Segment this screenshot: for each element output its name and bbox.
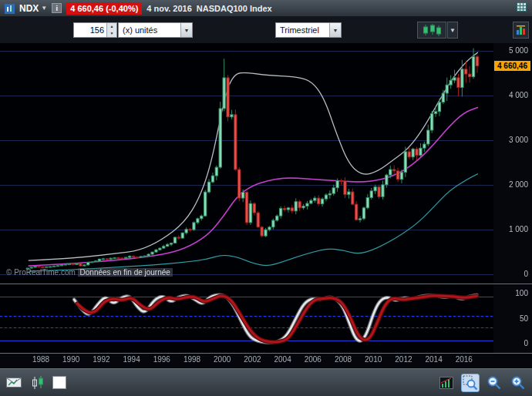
- units-select[interactable]: (x) unités ▼: [118, 22, 193, 38]
- chart-style-caret[interactable]: ▼: [447, 22, 458, 39]
- units-stepper[interactable]: 156 ▲▼: [73, 22, 117, 38]
- chevron-down-icon[interactable]: ▼: [329, 23, 341, 37]
- info-button[interactable]: i: [52, 3, 62, 13]
- date-label: 4 nov. 2016: [146, 4, 192, 13]
- year-tick-label: 1996: [150, 355, 174, 364]
- chart-style-button[interactable]: [417, 22, 446, 39]
- stepper-arrows-icon[interactable]: ▲▼: [106, 23, 116, 37]
- year-tick-label: 2008: [331, 355, 355, 364]
- mini-chart-icon[interactable]: [437, 374, 456, 392]
- price-tick-label: 2 000: [509, 180, 528, 189]
- price-chart-canvas[interactable]: [0, 43, 493, 284]
- year-tick-label: 2010: [361, 355, 386, 364]
- matrix-icon[interactable]: [516, 2, 527, 15]
- watermark-note: Données en fin de journée: [78, 268, 173, 277]
- year-tick-label: 2016: [452, 355, 476, 364]
- oscillator-canvas[interactable]: [0, 284, 493, 353]
- price-tick-label: 3 000: [509, 136, 528, 144]
- year-tick-label: 2004: [271, 355, 295, 364]
- price-tick-label: 4 000: [509, 91, 528, 99]
- titlebar: NDX ▼ i 4 660,46 (-0,40%) 4 nov. 2016 NA…: [0, 0, 532, 17]
- workspace-icon[interactable]: [513, 22, 529, 39]
- panel-divider[interactable]: [0, 353, 532, 354]
- candlestick-icon: [422, 24, 442, 36]
- chevron-down-icon[interactable]: ▼: [180, 23, 192, 37]
- year-tick-label: 1992: [89, 355, 113, 364]
- candle-style-icon[interactable]: [29, 374, 47, 392]
- window-icon: [5, 3, 15, 13]
- year-tick-label: 1998: [180, 355, 204, 364]
- bottom-toolbar: [0, 368, 532, 396]
- export-email-icon[interactable]: [5, 374, 23, 392]
- last-price-tag: 4 660,46: [494, 61, 530, 71]
- oscillator-tick-label: 0: [524, 339, 528, 347]
- zoom-in-button[interactable]: [509, 374, 527, 392]
- prorealtime-window: NDX ▼ i 4 660,46 (-0,40%) 4 nov. 2016 NA…: [0, 0, 532, 396]
- chart-toolbar: 156 ▲▼ (x) unités ▼ Trimestriel ▼ ▼: [0, 17, 532, 43]
- price-tick-label: 0: [524, 270, 528, 278]
- price-tick-label: 5 000: [509, 46, 528, 55]
- timeframe-select-label: Trimestriel: [276, 25, 329, 35]
- timeframe-select[interactable]: Trimestriel ▼: [275, 22, 342, 38]
- oscillator-tick-label: 50: [520, 314, 528, 323]
- oscillator-tick-label: 100: [515, 289, 528, 297]
- chart-area: © ProRealTime.com Données en fin de jour…: [0, 43, 532, 368]
- panel-divider[interactable]: [0, 284, 532, 284]
- quote-badge: 4 660,46 (-0,40%): [66, 2, 142, 15]
- year-tick-label: 1988: [29, 355, 53, 364]
- year-tick-label: 2000: [210, 355, 234, 364]
- year-tick-label: 1994: [120, 355, 144, 364]
- zoom-out-button[interactable]: [485, 374, 503, 392]
- zoom-selection-button[interactable]: [461, 374, 480, 392]
- year-tick-label: 2006: [301, 355, 325, 364]
- quick-entry-input[interactable]: [52, 376, 66, 389]
- symbol-label[interactable]: NDX: [19, 3, 39, 14]
- watermark-copyright: © ProRealTime.com: [6, 268, 76, 277]
- year-tick-label: 2014: [422, 355, 446, 364]
- year-tick-label: 2012: [391, 355, 416, 364]
- symbol-caret-icon[interactable]: ▼: [41, 5, 47, 12]
- watermark: © ProRealTime.com Données en fin de jour…: [6, 268, 173, 277]
- price-tick-label: 1 000: [509, 225, 528, 233]
- index-name-label: NASDAQ100 Index: [197, 4, 272, 13]
- year-tick-label: 1990: [59, 355, 83, 364]
- units-select-label: (x) unités: [119, 25, 180, 35]
- units-value[interactable]: 156: [90, 25, 104, 35]
- year-tick-label: 2002: [240, 355, 264, 364]
